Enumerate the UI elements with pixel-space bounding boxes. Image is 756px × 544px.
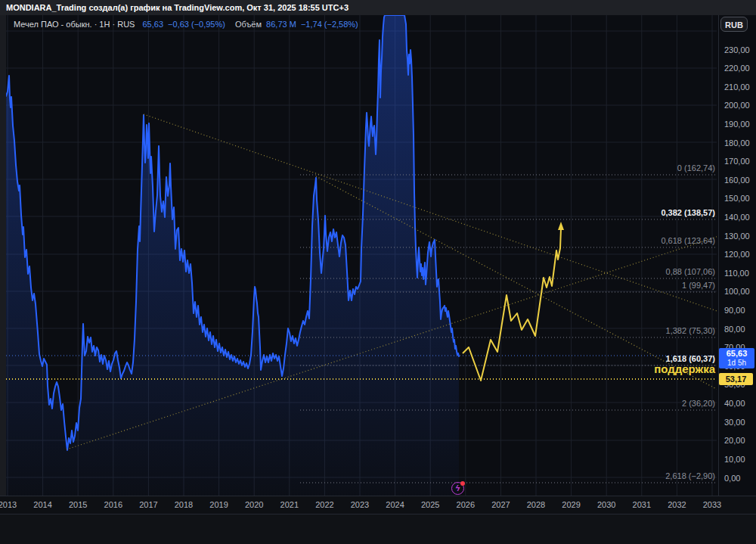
price-axis-label: 0,00 xyxy=(724,474,740,483)
time-axis-label: 2014 xyxy=(28,500,58,509)
price-axis-label: 190,00 xyxy=(724,120,750,129)
time-axis-label: 2013 xyxy=(0,500,23,509)
support-price-badge: 53,17 xyxy=(719,373,753,385)
price-axis-label: 40,00 xyxy=(724,399,745,408)
time-axis-label: 2019 xyxy=(204,500,234,509)
time-axis-label: 2031 xyxy=(627,500,657,509)
fib-level-label: 0 (162,74) xyxy=(677,163,715,173)
time-axis-label: 2027 xyxy=(485,500,516,509)
time-axis-label: 2022 xyxy=(309,500,339,509)
price-axis-label: 210,00 xyxy=(724,82,750,92)
time-axis-label: 2033 xyxy=(697,500,727,509)
current-price-value: 65,63 xyxy=(719,348,754,359)
chart-pane-graphics xyxy=(6,15,723,496)
price-axis-label: 140,00 xyxy=(724,213,750,222)
time-axis[interactable]: 2013201420152016201720182019202020212022… xyxy=(0,496,756,514)
time-axis-label: 2028 xyxy=(521,500,551,509)
price-axis-label: 150,00 xyxy=(724,194,750,203)
time-axis-label: 2016 xyxy=(98,500,129,509)
support-annotation-label[interactable]: поддержка xyxy=(654,363,715,375)
time-axis-label: 2026 xyxy=(451,500,481,509)
time-axis-label: 2024 xyxy=(380,500,411,509)
legend-change: −0,63 (−0,95%) xyxy=(168,20,225,29)
event-flash-icon[interactable]: ϟ xyxy=(451,482,464,495)
time-axis-label: 2023 xyxy=(345,500,375,509)
fib-level-label: 1 (99,47) xyxy=(682,281,715,290)
current-price-badge: 65,63 1d 5h xyxy=(719,348,754,368)
price-axis-label: 200,00 xyxy=(724,101,750,110)
fib-level-label: 0,382 (138,57) xyxy=(661,208,715,217)
price-axis-label: 180,00 xyxy=(724,138,750,148)
legend-volume-change: −1,74 (−2,58%) xyxy=(301,20,358,29)
bar-countdown: 1d 5h xyxy=(719,359,754,368)
legend-volume-label: Объём xyxy=(235,20,262,29)
arrow-up-icon xyxy=(558,222,564,230)
symbol-title[interactable]: Мечел ПАО - обыкн. · 1Н · RUS xyxy=(14,20,135,29)
currency-toggle-button[interactable]: RUB xyxy=(720,17,748,32)
chart-legend: Мечел ПАО - обыкн. · 1Н · RUS 65,63 −0,6… xyxy=(14,19,358,30)
price-axis-label: 10,00 xyxy=(724,455,745,464)
fib-level-label: 1,382 (75,30) xyxy=(666,326,715,335)
time-axis-label: 2020 xyxy=(239,500,269,509)
price-axis-label: 20,00 xyxy=(724,436,745,445)
price-axis-label: 90,00 xyxy=(724,306,745,315)
price-axis-label: 130,00 xyxy=(724,232,750,241)
price-axis-label: 170,00 xyxy=(724,157,750,166)
projection-line-drawing[interactable] xyxy=(463,228,561,381)
price-axis-label: 110,00 xyxy=(724,269,749,278)
price-axis-label: 30,00 xyxy=(724,418,745,427)
fib-level-label: 2,618 (−2,90) xyxy=(665,471,715,480)
time-axis-label: 2032 xyxy=(662,500,692,509)
time-axis-label: 2029 xyxy=(556,500,587,509)
price-axis[interactable]: 230,00220,00210,00200,00190,00180,00170,… xyxy=(718,15,756,496)
time-axis-label: 2030 xyxy=(591,500,621,509)
time-axis-label: 2018 xyxy=(169,500,199,509)
fib-level-label: 2 (36,20) xyxy=(682,399,715,408)
price-axis-label: 160,00 xyxy=(724,176,750,185)
price-chart-canvas[interactable] xyxy=(0,0,756,544)
legend-last-price: 65,63 xyxy=(143,20,164,29)
price-axis-label: 80,00 xyxy=(724,325,745,334)
price-axis-label: 230,00 xyxy=(724,45,750,54)
tradingview-chart-window: MONDIARA_Trading создал(а) график на Tra… xyxy=(0,0,756,544)
alert-dot-icon xyxy=(460,481,465,486)
fib-level-label: 0,618 (123,64) xyxy=(661,236,715,245)
time-axis-label: 2021 xyxy=(274,500,305,509)
price-axis-label: 120,00 xyxy=(724,250,750,259)
time-axis-label: 2015 xyxy=(63,500,93,509)
fib-level-label: 0,88 (107,06) xyxy=(666,267,715,276)
time-axis-label: 2017 xyxy=(133,500,163,509)
footer-bar: TradingView xyxy=(0,514,756,544)
legend-volume-value: 86,73 M xyxy=(266,20,296,29)
time-axis-label: 2025 xyxy=(415,500,445,509)
price-axis-label: 220,00 xyxy=(724,64,750,73)
price-area-fill xyxy=(6,15,459,496)
price-axis-label: 100,00 xyxy=(724,287,750,296)
